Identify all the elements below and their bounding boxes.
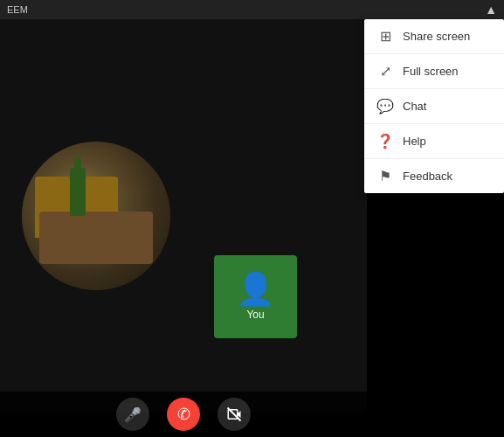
- you-label: You: [246, 309, 264, 321]
- help-icon: ❓: [376, 133, 394, 149]
- feedback-icon: ⚑: [376, 168, 394, 184]
- video-feed: [22, 142, 170, 290]
- room-table: [39, 212, 153, 264]
- video-off-button[interactable]: [217, 398, 251, 431]
- menu-item-feedback[interactable]: ⚑ Feedback: [364, 159, 504, 193]
- end-call-button[interactable]: ✆: [167, 398, 200, 431]
- bottle: [70, 168, 86, 216]
- share-screen-label: Share screen: [403, 30, 470, 43]
- help-label: Help: [403, 135, 426, 148]
- full-screen-label: Full screen: [403, 65, 459, 78]
- controls-bar: 🎤 ✆: [0, 392, 367, 437]
- menu-item-share-screen[interactable]: ⊞ Share screen: [364, 19, 504, 54]
- mic-button[interactable]: 🎤: [116, 398, 149, 431]
- user-avatar-icon: 👤: [236, 274, 275, 305]
- local-video: [22, 142, 170, 290]
- menu-item-chat[interactable]: 💬 Chat: [364, 89, 504, 124]
- chat-icon: 💬: [376, 98, 394, 114]
- signal-icon: ▲: [485, 3, 497, 17]
- full-screen-icon: ⤢: [376, 63, 394, 80]
- dropdown-menu: ⊞ Share screen ⤢ Full screen 💬 Chat ❓ He…: [364, 19, 504, 193]
- video-area: 👤 You: [0, 19, 367, 413]
- title-bar: EEM ▲: [0, 0, 504, 19]
- you-card: 👤 You: [214, 255, 297, 338]
- chat-label: Chat: [403, 100, 426, 113]
- app-title: EEM: [7, 4, 28, 15]
- menu-item-full-screen[interactable]: ⤢ Full screen: [364, 54, 504, 89]
- feedback-label: Feedback: [403, 170, 452, 183]
- share-screen-icon: ⊞: [376, 28, 394, 45]
- menu-item-help[interactable]: ❓ Help: [364, 124, 504, 159]
